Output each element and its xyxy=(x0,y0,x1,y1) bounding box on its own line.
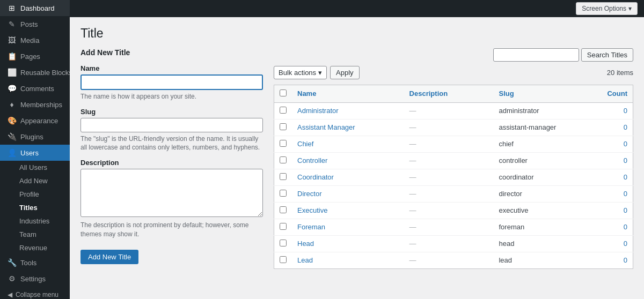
sidebar-item-dashboard[interactable]: ⊞ Dashboard xyxy=(0,0,70,16)
row-checkbox[interactable] xyxy=(280,256,287,263)
submenu-profile[interactable]: Profile xyxy=(0,188,70,201)
sidebar-item-pages[interactable]: 📋 Pages xyxy=(0,48,70,64)
row-slug-cell: executive xyxy=(493,202,588,219)
table-row: Coordinator — coordinator 0 xyxy=(274,169,633,185)
row-description-cell: — xyxy=(404,235,494,252)
reusable-blocks-icon: ⬜ xyxy=(8,68,16,77)
sidebar-item-posts[interactable]: ✎ Posts xyxy=(0,16,70,32)
bulk-chevron-icon: ▾ xyxy=(318,69,322,77)
sidebar-item-comments[interactable]: 💬 Comments xyxy=(0,80,70,96)
row-checkbox[interactable] xyxy=(280,156,287,163)
row-name-cell: Director xyxy=(292,185,404,202)
sidebar-item-label: Comments xyxy=(20,85,54,93)
row-checkbox-cell xyxy=(274,235,292,252)
table-slug-header[interactable]: Slug xyxy=(493,85,588,102)
row-name-link[interactable]: Chief xyxy=(297,140,313,148)
bulk-actions-select[interactable]: Bulk actions ▾ xyxy=(274,66,327,79)
comments-icon: 💬 xyxy=(8,84,16,93)
row-name-link[interactable]: Executive xyxy=(297,206,327,214)
row-count-cell: 0 xyxy=(588,235,633,252)
row-slug-cell: controller xyxy=(493,152,588,169)
table-name-header[interactable]: Name xyxy=(292,85,404,102)
slug-input[interactable] xyxy=(80,118,263,132)
slug-hint: The "slug" is the URL-friendly version o… xyxy=(80,134,263,153)
sidebar-item-media[interactable]: 🖼 Media xyxy=(0,32,70,48)
sidebar-item-plugins[interactable]: 🔌 Plugins xyxy=(0,129,70,145)
tools-icon: 🔧 xyxy=(8,258,16,267)
row-slug-cell: director xyxy=(493,185,588,202)
row-description-cell: — xyxy=(404,136,494,152)
submenu-titles[interactable]: Titles xyxy=(0,201,70,214)
row-name-link[interactable]: Head xyxy=(297,240,314,248)
sidebar-item-settings[interactable]: ⚙ Settings xyxy=(0,271,70,287)
submenu-industries[interactable]: Industries xyxy=(0,214,70,228)
items-count: 20 items xyxy=(601,69,633,77)
row-checkbox[interactable] xyxy=(280,206,287,213)
row-checkbox[interactable] xyxy=(280,107,287,114)
row-name-cell: Head xyxy=(292,235,404,252)
submenu-team[interactable]: Team xyxy=(0,228,70,241)
row-count-cell: 0 xyxy=(588,169,633,185)
row-name-link[interactable]: Assistant Manager xyxy=(297,123,355,131)
sidebar-item-memberships[interactable]: ♦ Memberships xyxy=(0,96,70,113)
row-count-cell: 0 xyxy=(588,102,633,119)
search-input[interactable] xyxy=(493,48,579,62)
row-name-link[interactable]: Controller xyxy=(297,156,327,165)
name-input[interactable] xyxy=(80,74,263,90)
memberships-icon: ♦ xyxy=(8,100,16,109)
row-slug-cell: assistant-manager xyxy=(493,119,588,136)
screen-options-button[interactable]: Screen Options ▾ xyxy=(576,2,638,15)
page-title: Title xyxy=(80,26,104,42)
table-description-header[interactable]: Description xyxy=(404,85,494,102)
row-checkbox-cell xyxy=(274,202,292,219)
sidebar-item-tools[interactable]: 🔧 Tools xyxy=(0,255,70,271)
row-description-cell: — xyxy=(404,219,494,235)
collapse-icon: ◀ xyxy=(8,291,12,298)
submenu-add-new[interactable]: Add New xyxy=(0,174,70,188)
row-checkbox[interactable] xyxy=(280,140,287,147)
page-body: Add New Title Name The name is how it ap… xyxy=(70,42,644,275)
table-row: Director — director 0 xyxy=(274,185,633,202)
row-description-cell: — xyxy=(404,169,494,185)
row-name-cell: Lead xyxy=(292,252,404,268)
row-checkbox-cell xyxy=(274,152,292,169)
row-checkbox[interactable] xyxy=(280,173,287,180)
submenu-all-users[interactable]: All Users xyxy=(0,161,70,174)
check-all-checkbox[interactable] xyxy=(280,89,287,96)
row-name-link[interactable]: Foreman xyxy=(297,223,325,231)
row-checkbox[interactable] xyxy=(280,190,287,197)
row-name-link[interactable]: Coordinator xyxy=(297,173,334,181)
row-count-cell: 0 xyxy=(588,136,633,152)
table-row: Chief — chief 0 xyxy=(274,136,633,152)
sidebar-item-label: Plugins xyxy=(20,133,43,141)
row-slug-cell: coordinator xyxy=(493,169,588,185)
row-name-link[interactable]: Director xyxy=(297,190,322,198)
row-checkbox[interactable] xyxy=(280,223,287,230)
sidebar-item-reusable-blocks[interactable]: ⬜ Reusable Blocks xyxy=(0,64,70,80)
posts-icon: ✎ xyxy=(8,20,16,28)
row-count-cell: 0 xyxy=(588,219,633,235)
toolbar-left: Bulk actions ▾ Apply xyxy=(274,66,360,79)
table-count-header[interactable]: Count xyxy=(588,85,633,102)
row-name-link[interactable]: Lead xyxy=(297,256,313,264)
row-checkbox[interactable] xyxy=(280,240,287,246)
search-button[interactable]: Search Titles xyxy=(581,48,633,62)
row-checkbox[interactable] xyxy=(280,123,287,130)
sidebar-item-users[interactable]: 👤 Users xyxy=(0,145,70,161)
apply-button[interactable]: Apply xyxy=(330,66,360,79)
description-textarea[interactable] xyxy=(80,169,263,217)
submenu-revenue[interactable]: Revenue xyxy=(0,241,70,255)
row-description-cell: — xyxy=(404,119,494,136)
form-heading: Add New Title xyxy=(80,48,263,57)
table-check-all-header xyxy=(274,85,292,102)
add-new-title-button[interactable]: Add New Title xyxy=(80,250,138,264)
sidebar-item-appearance[interactable]: 🎨 Appearance xyxy=(0,113,70,129)
row-name-cell: Executive xyxy=(292,202,404,219)
table-row: Controller — controller 0 xyxy=(274,152,633,169)
add-new-title-form: Add New Title Name The name is how it ap… xyxy=(80,48,263,269)
row-checkbox-cell xyxy=(274,119,292,136)
row-checkbox-cell xyxy=(274,102,292,119)
collapse-menu[interactable]: ◀ Collapse menu xyxy=(0,287,70,299)
row-name-link[interactable]: Administrator xyxy=(297,107,339,115)
titles-table: Name Description Slug Count Administrato… xyxy=(274,85,633,269)
